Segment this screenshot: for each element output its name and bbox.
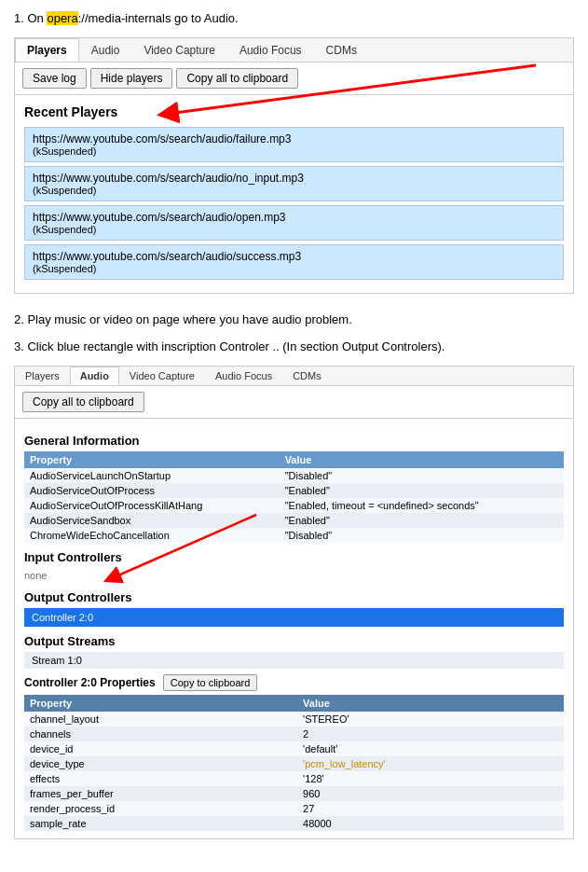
table-row: sample_rate48000 — [24, 816, 564, 831]
table-row: channels2 — [24, 727, 564, 741]
value-cell: 'default' — [297, 741, 564, 756]
value-cell: 27 — [297, 801, 564, 816]
property-cell: AudioServiceLaunchOnStartup — [24, 468, 280, 483]
toolbar-2: Copy all to clipboard — [15, 386, 573, 419]
property-cell: AudioServiceOutOfProcessKillAtHang — [24, 498, 280, 513]
value-cell: '128' — [297, 771, 564, 786]
prop-col-value: Value — [297, 695, 564, 712]
prop-cell: effects — [24, 771, 297, 786]
step1-text: 1. On opera://media-internals go to Audi… — [14, 9, 574, 28]
value-cell: "Disabled" — [280, 468, 564, 483]
tab-audio-focus[interactable]: Audio Focus — [227, 38, 314, 62]
table-row: AudioServiceLaunchOnStartup"Disabled" — [24, 468, 564, 483]
tab2-players[interactable]: Players — [15, 367, 70, 385]
value-cell: 'pcm_low_latency' — [297, 756, 564, 771]
table-row: device_type'pcm_low_latency' — [24, 756, 564, 771]
input-controllers-none: none — [24, 568, 564, 583]
value-cell: 960 — [297, 786, 564, 801]
tab2-audio[interactable]: Audio — [70, 367, 119, 385]
save-log-button[interactable]: Save log — [22, 68, 87, 89]
step2-text: 2. Play music or video on page where you… — [14, 311, 574, 329]
property-cell: ChromeWideEchoCancellation — [24, 528, 280, 543]
output-controllers-title: Output Controllers — [24, 590, 564, 604]
input-controllers-title: Input Controllers — [24, 550, 564, 564]
value-cell: 'STEREO' — [297, 712, 564, 727]
prop-cell: channel_layout — [24, 712, 297, 727]
tab-players[interactable]: Players — [15, 38, 79, 62]
step3-text: 3. Click blue rectangle with inscription… — [14, 338, 574, 356]
value-cell: 48000 — [297, 816, 564, 831]
table-row: frames_per_buffer960 — [24, 786, 564, 801]
table-row: device_id'default' — [24, 741, 564, 756]
step1-highlight: opera — [47, 11, 77, 25]
table-row: AudioServiceSandbox"Enabled" — [24, 513, 564, 528]
tab-audio[interactable]: Audio — [79, 38, 132, 62]
col-property: Property — [24, 451, 280, 468]
step1-suffix: ://media-internals go to Audio. — [78, 11, 239, 25]
output-streams-title: Output Streams — [24, 634, 564, 648]
player-url: https://www.youtube.com/s/search/audio/n… — [33, 172, 555, 185]
prop-title: Controller 2:0 Properties — [24, 676, 156, 689]
copy-clipboard-button[interactable]: Copy to clipboard — [163, 674, 258, 691]
table-row: render_process_id27 — [24, 801, 564, 816]
col-value: Value — [280, 451, 564, 468]
player-item[interactable]: https://www.youtube.com/s/search/audio/s… — [24, 244, 564, 280]
tabs-row-2: Players Audio Video Capture Audio Focus … — [15, 367, 573, 386]
player-status: (kSuspended) — [33, 263, 555, 274]
player-status: (kSuspended) — [33, 145, 555, 157]
player-item[interactable]: https://www.youtube.com/s/search/audio/f… — [24, 127, 564, 162]
recent-players-title: Recent Players — [24, 104, 564, 119]
prop-table: Property Value channel_layout'STEREO'cha… — [24, 695, 564, 831]
panel1: Players Audio Video Capture Audio Focus … — [14, 37, 574, 311]
value-cell: "Enabled" — [280, 483, 564, 498]
toolbar-1: Save log Hide players Copy all to clipbo… — [15, 62, 573, 95]
general-info-table: Property Value AudioServiceLaunchOnStart… — [24, 451, 564, 543]
property-cell: AudioServiceSandbox — [24, 513, 280, 528]
player-item[interactable]: https://www.youtube.com/s/search/audio/o… — [24, 205, 564, 241]
table-row: AudioServiceOutOfProcessKillAtHang"Enabl… — [24, 498, 564, 513]
tab-video-capture[interactable]: Video Capture — [131, 38, 227, 62]
hide-players-button[interactable]: Hide players — [90, 68, 173, 89]
panel1-content: Recent Players https://www.youtube.com/s… — [15, 95, 573, 293]
player-url: https://www.youtube.com/s/search/audio/f… — [33, 132, 555, 145]
tab2-audio-focus[interactable]: Audio Focus — [205, 367, 282, 385]
player-url: https://www.youtube.com/s/search/audio/o… — [33, 211, 555, 224]
tab2-cdms[interactable]: CDMs — [282, 367, 332, 385]
stream-row[interactable]: Stream 1:0 — [24, 652, 564, 669]
controller-row[interactable]: Controller 2:0 — [24, 608, 564, 627]
prop-cell: device_type — [24, 756, 297, 771]
prop-cell: device_id — [24, 741, 297, 756]
value-cell: "Enabled" — [280, 513, 564, 528]
audio-panel-content: General Information Property Value Audio… — [15, 419, 573, 838]
prop-cell: sample_rate — [24, 816, 297, 831]
general-info-title: General Information — [24, 434, 564, 448]
value-cell: "Disabled" — [280, 528, 564, 543]
browser-panel-1: Players Audio Video Capture Audio Focus … — [14, 37, 574, 294]
tabs-row-1: Players Audio Video Capture Audio Focus … — [15, 38, 573, 62]
table-row: effects'128' — [24, 771, 564, 786]
audio-panel: Players Audio Video Capture Audio Focus … — [14, 366, 574, 839]
prop-col-property: Property — [24, 695, 297, 712]
player-url: https://www.youtube.com/s/search/audio/s… — [33, 250, 555, 263]
tab2-video-capture[interactable]: Video Capture — [119, 367, 205, 385]
value-cell: 2 — [297, 727, 564, 741]
property-cell: AudioServiceOutOfProcess — [24, 483, 280, 498]
player-item[interactable]: https://www.youtube.com/s/search/audio/n… — [24, 166, 564, 201]
table-row: channel_layout'STEREO' — [24, 712, 564, 727]
table-row: AudioServiceOutOfProcess"Enabled" — [24, 483, 564, 498]
step1-prefix: 1. On — [14, 11, 47, 25]
player-status: (kSuspended) — [33, 185, 555, 196]
copy-all-button-2[interactable]: Copy all to clipboard — [22, 392, 144, 412]
panel2-wrapper: Players Audio Video Capture Audio Focus … — [14, 366, 574, 839]
table-row: ChromeWideEchoCancellation"Disabled" — [24, 528, 564, 543]
prop-cell: render_process_id — [24, 801, 297, 816]
players-list: https://www.youtube.com/s/search/audio/f… — [24, 127, 564, 280]
player-status: (kSuspended) — [33, 224, 555, 235]
value-cell: "Enabled, timeout = <undefined> seconds" — [280, 498, 564, 513]
prop-cell: channels — [24, 727, 297, 741]
prop-cell: frames_per_buffer — [24, 786, 297, 801]
tab-cdms[interactable]: CDMs — [314, 38, 369, 62]
copy-all-button[interactable]: Copy all to clipboard — [176, 68, 298, 89]
prop-header: Controller 2:0 Properties Copy to clipbo… — [24, 674, 564, 691]
